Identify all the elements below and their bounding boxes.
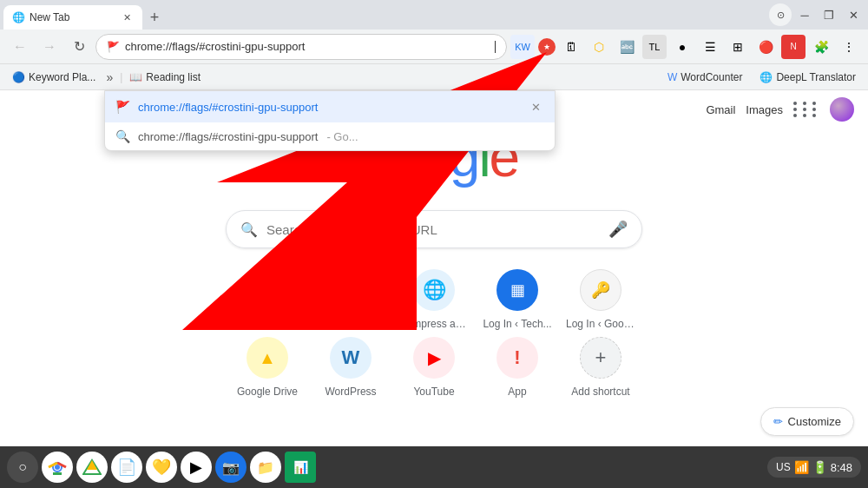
google-keep-icon[interactable]: 💛 <box>146 452 177 483</box>
search-placeholder: Search Google or type a URL <box>266 222 600 237</box>
bookmark-deepl[interactable]: 🌐 DeepL Translator <box>754 69 861 85</box>
bookmark-keyword[interactable]: 🔵 Keyword Pla... <box>7 69 101 85</box>
camera-icon[interactable]: 📷 <box>215 452 247 483</box>
mic-icon[interactable]: 🎤 <box>608 220 628 239</box>
reading-list-button[interactable]: 📖 Reading list <box>129 71 201 83</box>
minimize-button[interactable]: ─ <box>793 3 816 26</box>
shortcut-add[interactable]: + Add shortcut <box>566 337 635 398</box>
customize-label: Customize <box>788 415 841 428</box>
reload-button[interactable]: ↻ <box>66 34 92 60</box>
close-window-button[interactable]: ✕ <box>842 3 865 26</box>
shortcut-wp[interactable]: W WordPress <box>316 337 385 398</box>
files-icon[interactable]: 📁 <box>250 452 281 483</box>
shortcut-wp-label: WordPress <box>325 386 376 398</box>
omnibox-selected-text: chrome://flags/#crostini-gpu-support <box>138 101 318 114</box>
google-docs-icon[interactable]: 📄 <box>111 452 142 483</box>
shortcut-cpanel-label: cPanel Redire... <box>316 318 385 330</box>
apps-dot <box>812 114 816 117</box>
shortcut-login-good[interactable]: 🔑 Log In ‹ Good... <box>566 269 635 330</box>
omnibox-search-icon: 🔍 <box>115 129 129 143</box>
search-bar[interactable]: 🔍 Search Google or type a URL 🎤 <box>226 210 642 248</box>
cursor <box>495 41 496 53</box>
more-menu-button[interactable]: ⋮ <box>837 35 861 59</box>
bookmarks-bar: 🔵 Keyword Pla... » | 📖 Reading list W Wo… <box>0 64 868 90</box>
ext3[interactable]: 🗓 <box>559 35 583 59</box>
window-controls: ⊙ ─ ❐ ✕ <box>769 3 865 30</box>
reading-list-label: Reading list <box>146 71 201 83</box>
maximize-button[interactable]: ❐ <box>818 3 840 26</box>
search-bar-container: 🔍 Search Google or type a URL 🎤 <box>226 210 642 248</box>
bookmark-wc-label: WordCounter <box>681 71 742 83</box>
launcher-icon: ○ <box>18 459 27 475</box>
shortcut-yt-label: YouTube <box>413 386 454 398</box>
chrome-icon[interactable] <box>42 452 73 483</box>
ext2[interactable]: ★ <box>538 38 556 56</box>
bookmark-wordcounter[interactable]: W WordCounter <box>662 69 747 85</box>
omnibox-item-search[interactable]: 🔍 chrome://flags/#crostini-gpu-support -… <box>105 122 555 150</box>
taskbar-country: US <box>776 461 791 473</box>
apps-dot <box>803 108 806 111</box>
wifi-icon: 📶 <box>794 460 809 474</box>
shortcut-app[interactable]: ! App <box>483 337 552 398</box>
shortcut-login-tech[interactable]: ▦ Log In ‹ Tech... <box>483 269 552 330</box>
google-sheets-icon[interactable]: 📊 <box>285 452 316 483</box>
shortcut-add-icon: + <box>580 337 621 379</box>
back-button[interactable]: ← <box>7 34 33 60</box>
shortcuts-row1: Photo Editor ⚙ cPanel Redire... 🌐 Compre… <box>233 269 635 330</box>
shortcut-drive[interactable]: ▲ Google Drive <box>233 337 302 398</box>
omnibox-close-button[interactable]: ✕ <box>527 98 544 115</box>
shortcut-wp-icon: W <box>330 337 372 379</box>
apps-dot <box>803 114 806 117</box>
ext8[interactable]: ☰ <box>698 35 722 59</box>
gmail-link[interactable]: Gmail <box>706 103 735 116</box>
active-tab[interactable]: 🌐 New Tab ✕ <box>3 5 142 30</box>
launcher-button[interactable]: ○ <box>7 452 38 483</box>
play-store-icon[interactable]: ▶ <box>181 452 212 483</box>
omnibox-item-selected[interactable]: 🚩 chrome://flags/#crostini-gpu-support ✕ <box>105 91 555 122</box>
search-icon: 🔍 <box>240 221 258 238</box>
taskbar: ○ 📄 💛 <box>0 446 868 488</box>
shortcut-compress[interactable]: 🌐 Compress an... <box>399 269 469 330</box>
forward-button[interactable]: → <box>36 34 62 60</box>
ext7[interactable]: ● <box>670 35 694 59</box>
images-link[interactable]: Images <box>746 103 783 116</box>
taskbar-left: ○ 📄 💛 <box>7 452 316 483</box>
tab-favicon: 🌐 <box>12 11 24 23</box>
ext6[interactable]: TL <box>642 35 667 59</box>
profile-button[interactable]: ⊙ <box>769 3 792 26</box>
google-drive-icon[interactable] <box>76 452 108 483</box>
toolbar: ← → ↻ 🚩 chrome://flags/#crostini-gpu-sup… <box>0 30 868 64</box>
customize-icon: ✏ <box>773 415 783 428</box>
tab-bar: 🌐 New Tab ✕ + ⊙ ─ ❐ ✕ <box>0 0 868 30</box>
ext9[interactable]: ⊞ <box>726 35 750 59</box>
browser-window: 🌐 New Tab ✕ + ⊙ ─ ❐ ✕ ← → ↻ 🚩 chrome://f… <box>0 0 868 446</box>
ext10[interactable]: 🔴 <box>753 35 778 59</box>
address-bar[interactable]: 🚩 chrome://flags/#crostini-gpu-support <box>95 34 507 60</box>
shortcut-login-tech-label: Log In ‹ Tech... <box>483 318 551 330</box>
extensions-button[interactable]: 🧩 <box>809 35 833 59</box>
shortcut-drive-label: Google Drive <box>237 386 298 398</box>
lock-icon: 🚩 <box>107 41 120 53</box>
customize-button[interactable]: ✏ Customize <box>760 407 854 436</box>
tab-close-button[interactable]: ✕ <box>120 10 134 24</box>
bookmark-wc-icon: W <box>667 71 677 83</box>
shortcut-compress-label: Compress an... <box>399 318 469 330</box>
keyword-planner-ext[interactable]: KW <box>510 35 535 59</box>
taskbar-time: 8:48 <box>831 461 852 474</box>
new-tab-button[interactable]: + <box>142 5 167 30</box>
ext-nesc[interactable]: N <box>781 35 806 59</box>
bookmark-keyword-label: Keyword Pla... <box>29 71 95 83</box>
apps-dot <box>793 114 797 117</box>
shortcut-photo-editor[interactable]: Photo Editor <box>233 269 302 330</box>
ext5[interactable]: 🔤 <box>615 35 639 59</box>
bookmark-deepl-icon: 🌐 <box>760 71 773 83</box>
shortcut-cpanel[interactable]: ⚙ cPanel Redire... <box>316 269 385 330</box>
apps-dot <box>793 108 797 111</box>
user-avatar[interactable] <box>830 97 854 122</box>
apps-dot <box>793 102 797 105</box>
bookmarks-more-button[interactable]: » <box>106 70 113 84</box>
shortcut-yt[interactable]: ▶ YouTube <box>399 337 469 398</box>
ext4[interactable]: ⬡ <box>587 35 611 59</box>
apps-dot <box>812 108 816 111</box>
google-apps-button[interactable] <box>793 102 819 117</box>
